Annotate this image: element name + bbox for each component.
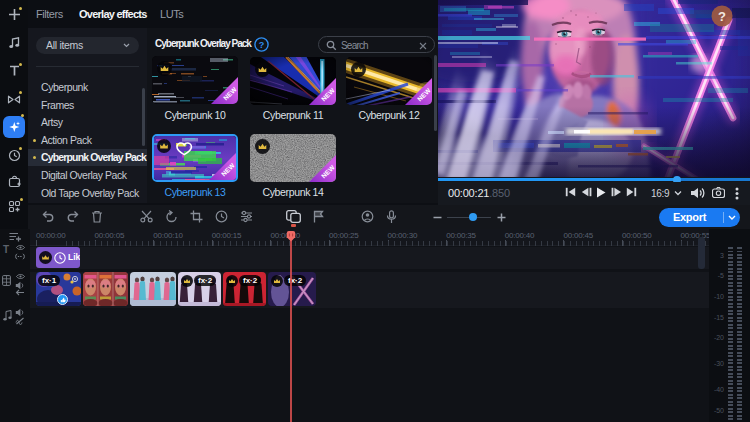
svg-text:?: ? <box>718 9 726 24</box>
svg-text:?: ? <box>259 40 265 50</box>
